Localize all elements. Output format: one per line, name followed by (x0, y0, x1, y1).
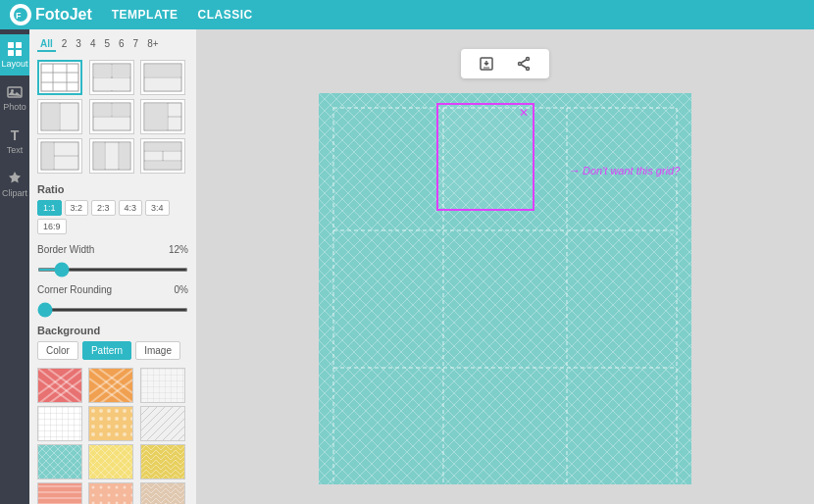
svg-rect-8 (41, 64, 78, 91)
number-tabs: All 2 3 4 5 6 7 8+ (37, 37, 188, 52)
pattern-4[interactable] (37, 406, 82, 441)
corner-rounding-slider[interactable] (37, 308, 188, 312)
layout-thumb-7[interactable] (37, 138, 82, 174)
svg-rect-25 (42, 104, 59, 129)
ratio-3-4[interactable]: 3:4 (145, 200, 170, 216)
sidebar-label-layout: Layout (1, 59, 27, 69)
svg-line-100 (522, 60, 527, 63)
pattern-9[interactable] (140, 444, 185, 479)
ratio-label: Ratio (37, 183, 188, 195)
border-width-value: 12% (169, 244, 188, 255)
pattern-10[interactable] (37, 482, 82, 504)
svg-rect-49 (106, 143, 118, 169)
background-section: Background Color Pattern Image (37, 325, 188, 504)
pattern-12[interactable] (140, 482, 185, 504)
svg-rect-31 (113, 104, 129, 116)
ratio-2-3[interactable]: 2:3 (91, 200, 116, 216)
tab-2[interactable]: 2 (59, 37, 71, 52)
svg-rect-26 (61, 104, 77, 129)
ratio-1-1[interactable]: 1:1 (37, 200, 62, 216)
tab-8plus[interactable]: 8+ (144, 37, 161, 52)
nav-classic[interactable]: CLASSIC (198, 8, 253, 22)
svg-rect-41 (42, 143, 53, 169)
sidebar-item-layout[interactable]: Layout (0, 34, 29, 76)
layout-thumb-8[interactable] (89, 138, 134, 174)
icon-sidebar: Layout Photo T Text Clipart (0, 29, 29, 504)
layout-thumb-3[interactable] (140, 60, 185, 95)
pattern-8[interactable] (88, 444, 133, 479)
sidebar-label-text: Text (7, 145, 24, 155)
annotation: → Don't want this grid? (569, 164, 680, 177)
logo-text: FotoJet (35, 6, 92, 24)
svg-rect-30 (94, 104, 111, 116)
tab-all[interactable]: All (37, 37, 56, 52)
corner-rounding-section: Corner Rounding 0% (37, 284, 188, 317)
bg-tab-pattern[interactable]: Pattern (82, 341, 131, 360)
svg-rect-55 (145, 143, 180, 150)
cell-close-button[interactable]: ✕ (519, 107, 529, 119)
share-button[interactable] (510, 54, 537, 74)
svg-rect-18 (94, 78, 129, 90)
layout-thumb-6[interactable] (140, 99, 185, 134)
background-label: Background (37, 325, 188, 336)
tab-7[interactable]: 7 (130, 37, 142, 52)
collage-canvas[interactable]: ✕ → Don't want this grid? (319, 93, 691, 484)
layout-thumb-1[interactable] (37, 60, 82, 95)
sidebar-label-photo: Photo (3, 102, 26, 112)
svg-line-101 (522, 65, 527, 68)
pattern-7[interactable] (37, 444, 82, 479)
sidebar-label-clipart: Clipart (2, 188, 27, 198)
tab-4[interactable]: 4 (87, 37, 99, 52)
tab-6[interactable]: 6 (116, 37, 127, 52)
svg-rect-76 (141, 407, 185, 441)
svg-rect-16 (94, 65, 111, 77)
layout-thumb-2[interactable] (89, 60, 134, 95)
annotation-arrow-icon: → (569, 164, 581, 177)
ratio-3-2[interactable]: 3:2 (65, 200, 89, 216)
svg-rect-22 (145, 78, 180, 90)
svg-rect-4 (8, 50, 14, 56)
ratio-4-3[interactable]: 4:3 (119, 200, 143, 216)
sidebar-item-photo[interactable]: Photo (0, 77, 29, 119)
bg-tab-color[interactable]: Color (37, 341, 78, 360)
svg-rect-83 (141, 445, 185, 479)
layout-thumb-5[interactable] (89, 99, 134, 134)
layout-thumb-9[interactable] (140, 138, 185, 174)
svg-rect-82 (89, 445, 133, 479)
tab-3[interactable]: 3 (73, 37, 84, 52)
text-icon: T (11, 127, 20, 143)
sidebar-item-clipart[interactable]: Clipart (0, 164, 29, 205)
svg-rect-37 (169, 104, 180, 116)
selected-cell[interactable]: ✕ (436, 103, 534, 211)
export-button[interactable] (473, 54, 500, 74)
layout-thumb-4[interactable] (37, 99, 82, 134)
svg-rect-56 (145, 152, 162, 160)
border-width-slider[interactable] (37, 268, 188, 272)
svg-point-98 (519, 63, 522, 66)
svg-rect-79 (38, 445, 82, 479)
pattern-2[interactable] (88, 368, 133, 403)
tab-5[interactable]: 5 (101, 37, 113, 52)
nav-template[interactable]: TEMPLATE (112, 8, 178, 22)
pattern-3[interactable] (140, 368, 185, 403)
pattern-1[interactable] (37, 368, 82, 403)
canvas-toolbar (461, 49, 549, 78)
panel: All 2 3 4 5 6 7 8+ (29, 29, 196, 504)
ratio-16-9[interactable]: 16:9 (37, 219, 67, 234)
svg-rect-58 (145, 162, 180, 169)
svg-rect-87 (89, 483, 133, 504)
svg-rect-57 (164, 152, 180, 160)
svg-rect-3 (16, 42, 22, 48)
pattern-6[interactable] (140, 406, 185, 441)
canvas-area: ✕ → Don't want this grid? (196, 29, 814, 504)
top-nav: F FotoJet TEMPLATE CLASSIC (0, 0, 814, 29)
svg-text:F: F (16, 11, 22, 21)
svg-rect-36 (145, 104, 167, 129)
bg-tab-image[interactable]: Image (135, 341, 180, 360)
svg-rect-50 (120, 143, 129, 169)
pattern-11[interactable] (88, 482, 133, 504)
logo-icon: F (10, 4, 31, 25)
svg-rect-72 (38, 407, 82, 441)
sidebar-item-text[interactable]: T Text (0, 121, 29, 162)
pattern-5[interactable] (88, 406, 133, 441)
